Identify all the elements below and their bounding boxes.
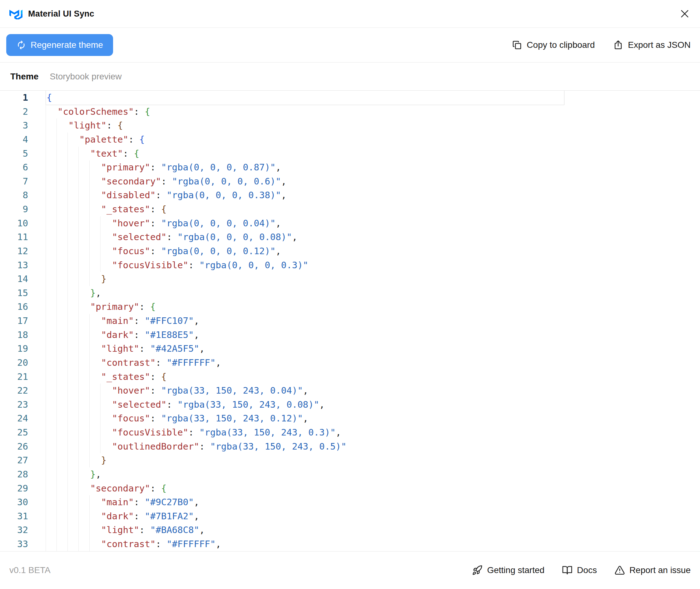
line-number: 23: [0, 398, 35, 412]
indent-guide: [78, 244, 79, 258]
code-line-content[interactable]: "contrast": "#FFFFFF",: [35, 537, 700, 551]
docs-link[interactable]: Docs: [562, 565, 597, 576]
code-text: "focus": "rgba(33, 150, 243, 0.12)",: [46, 413, 308, 424]
code-line-content[interactable]: "main": "#9C27B0",: [35, 495, 700, 509]
code-line-content[interactable]: "secondary": "rgba(0, 0, 0, 0.6)",: [35, 174, 700, 189]
active-line-box: [46, 91, 565, 105]
code-line: 3 "light": {: [0, 119, 700, 133]
line-number: 19: [0, 342, 35, 356]
indent-guide: [67, 286, 68, 300]
code-line-content[interactable]: "focus": "rgba(0, 0, 0, 0.12)",: [35, 244, 700, 258]
rocket-icon: [472, 565, 482, 576]
code-line-content[interactable]: "outlinedBorder": "rgba(33, 150, 243, 0.…: [35, 439, 700, 454]
indent-guide: [56, 300, 57, 314]
code-line-content[interactable]: "hover": "rgba(33, 150, 243, 0.04)",: [35, 384, 700, 398]
indent-guide: [46, 398, 46, 412]
getting-started-link[interactable]: Getting started: [472, 565, 545, 576]
code-line-content[interactable]: "focus": "rgba(33, 150, 243, 0.12)",: [35, 411, 700, 425]
indent-guide: [56, 216, 57, 230]
regenerate-theme-button[interactable]: Regenerate theme: [6, 34, 113, 56]
export-as-json-button[interactable]: Export as JSON: [613, 40, 691, 50]
code-line-content[interactable]: "colorSchemes": {: [35, 105, 700, 119]
code-line-content[interactable]: "palette": {: [35, 133, 700, 147]
code-line-content[interactable]: "contrast": "#FFFFFF",: [35, 356, 700, 370]
indent-guide: [67, 495, 68, 509]
code-text: "focusVisible": "rgba(0, 0, 0, 0.3)": [46, 260, 308, 270]
code-line-content[interactable]: "light": "#BA68C8",: [35, 523, 700, 537]
tab-storybook-preview[interactable]: Storybook preview: [50, 71, 121, 81]
indent-guide: [56, 160, 57, 174]
code-line-content[interactable]: {: [35, 91, 700, 105]
code-line-content[interactable]: }: [35, 453, 700, 467]
line-number: 28: [0, 467, 35, 481]
code-line-content[interactable]: "secondary": {: [35, 481, 700, 496]
code-line-content[interactable]: },: [35, 467, 700, 481]
line-number: 5: [0, 147, 35, 161]
indent-guide: [78, 300, 79, 314]
indent-guide: [46, 286, 46, 300]
indent-guide: [89, 328, 90, 342]
indent-guide: [67, 216, 68, 230]
code-line-content[interactable]: "primary": "rgba(0, 0, 0, 0.87)",: [35, 160, 700, 174]
indent-guide: [46, 328, 46, 342]
indent-guide: [56, 188, 57, 202]
code-text: }: [46, 455, 106, 465]
code-line-content[interactable]: "selected": "rgba(0, 0, 0, 0.08)",: [35, 230, 700, 244]
indent-guide: [46, 384, 46, 398]
code-line-content[interactable]: "light": "#42A5F5",: [35, 342, 700, 356]
code-text: "_states": {: [46, 371, 166, 382]
code-text: {: [46, 92, 52, 103]
code-line-content[interactable]: "text": {: [35, 147, 700, 161]
indent-guide: [46, 119, 46, 133]
indent-guide: [67, 300, 68, 314]
tab-theme[interactable]: Theme: [10, 71, 38, 81]
code-line-content[interactable]: "dark": "#7B1FA2",: [35, 509, 700, 523]
code-text: "secondary": "rgba(0, 0, 0, 0.6)",: [46, 176, 286, 187]
indent-guide: [78, 216, 79, 230]
close-button[interactable]: [679, 8, 691, 20]
code-line-content[interactable]: }: [35, 272, 700, 286]
code-line-content[interactable]: "focusVisible": "rgba(33, 150, 243, 0.3)…: [35, 425, 700, 439]
theme-json-editor[interactable]: 1{2 "colorSchemes": {3 "light": {4 "pale…: [0, 91, 700, 551]
code-line-content[interactable]: "_states": {: [35, 370, 700, 384]
code-line-content[interactable]: "_states": {: [35, 202, 700, 216]
indent-guide: [67, 384, 68, 398]
code-text: "focus": "rgba(0, 0, 0, 0.12)",: [46, 246, 281, 256]
code-line-content[interactable]: "dark": "#1E88E5",: [35, 328, 700, 342]
code-line-content[interactable]: "hover": "rgba(0, 0, 0, 0.04)",: [35, 216, 700, 230]
line-number: 4: [0, 133, 35, 147]
indent-guide: [89, 537, 90, 551]
code-line-content[interactable]: "selected": "rgba(33, 150, 243, 0.08)",: [35, 398, 700, 412]
indent-guide: [67, 272, 68, 286]
indent-guide: [56, 230, 57, 244]
code-text: "light": "#BA68C8",: [46, 525, 205, 535]
code-line: 1{: [0, 91, 700, 105]
code-line-content[interactable]: },: [35, 286, 700, 300]
code-line: 21 "_states": {: [0, 370, 700, 384]
indent-guide: [78, 467, 79, 481]
line-number: 14: [0, 272, 35, 286]
indent-guide: [46, 509, 46, 523]
line-number: 22: [0, 384, 35, 398]
code-line-content[interactable]: "focusVisible": "rgba(0, 0, 0, 0.3)": [35, 258, 700, 272]
indent-guide: [56, 384, 57, 398]
code-line-content[interactable]: "light": {: [35, 119, 700, 133]
refresh-icon: [16, 40, 26, 50]
code-text: "colorSchemes": {: [46, 106, 150, 117]
report-an-issue-link[interactable]: Report an issue: [614, 565, 691, 576]
indent-guide: [78, 356, 79, 370]
indent-guide: [56, 342, 57, 356]
indent-guide: [78, 537, 79, 551]
code-line-content[interactable]: "primary": {: [35, 300, 700, 314]
copy-to-clipboard-button[interactable]: Copy to clipboard: [511, 40, 595, 50]
line-number: 27: [0, 453, 35, 467]
code-line-content[interactable]: "main": "#FFC107",: [35, 314, 700, 328]
indent-guide: [56, 439, 57, 454]
indent-guide: [46, 202, 46, 216]
code-line: 24 "focus": "rgba(33, 150, 243, 0.12)",: [0, 411, 700, 425]
code-line-content[interactable]: "disabled": "rgba(0, 0, 0, 0.38)",: [35, 188, 700, 202]
indent-guide: [67, 425, 68, 439]
indent-guide: [46, 495, 46, 509]
indent-guide: [89, 230, 90, 244]
line-number: 18: [0, 328, 35, 342]
